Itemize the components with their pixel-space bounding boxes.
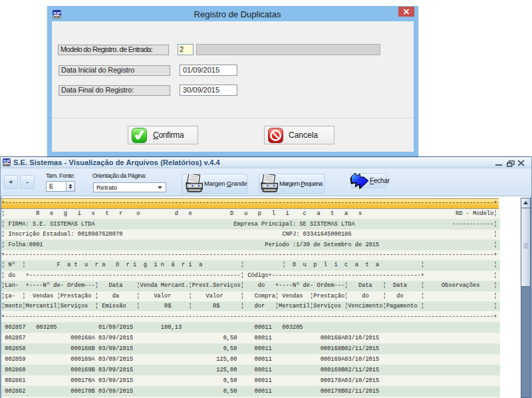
- svg-text:SE: SE: [3, 158, 11, 165]
- svg-text:SE: SE: [53, 11, 61, 17]
